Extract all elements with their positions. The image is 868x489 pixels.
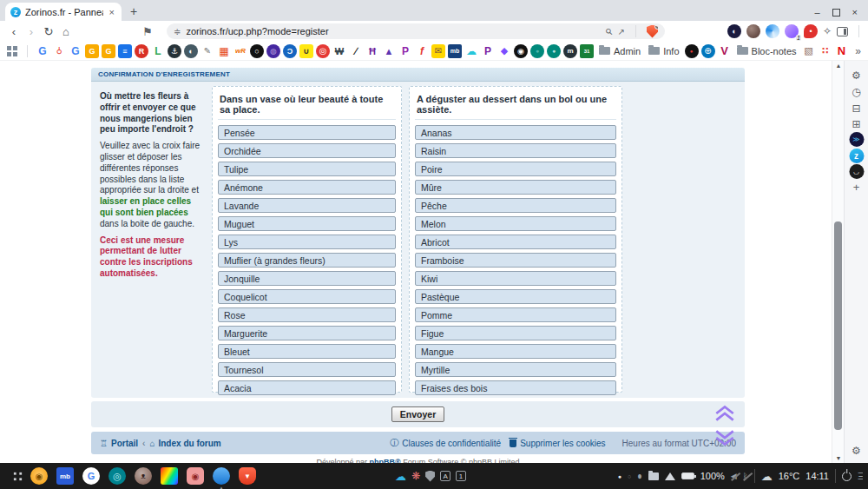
bookmark-favicon[interactable]: L (151, 44, 165, 58)
bookmark-favicon[interactable]: ▲ (382, 44, 396, 58)
bluetooth-off-icon[interactable]: ᛒ (743, 472, 748, 481)
bookmark-favicon[interactable]: V (718, 44, 732, 58)
drag-item-fruit[interactable]: Mûre (415, 180, 616, 195)
back-button[interactable]: ‹ (5, 25, 23, 38)
penguin-app-icon[interactable]: ◡ (849, 164, 864, 179)
drag-item-flower[interactable]: Muguet (218, 216, 396, 231)
bookmark-favicon[interactable]: ◉ (514, 44, 528, 58)
portal-link[interactable]: ♖Portail (100, 439, 138, 448)
bookmark-favicon[interactable]: ▦ (217, 44, 231, 58)
drag-item-flower[interactable]: Marguerite (218, 326, 396, 340)
drop-zone-bowl[interactable]: A déguster au dessert dans un bol ou une… (409, 86, 622, 393)
screen-recorder-app-icon[interactable]: ◉ (30, 467, 48, 485)
drag-item-flower[interactable]: Anémone (218, 180, 396, 195)
app-launcher-icon[interactable] (12, 471, 23, 482)
bookmark-favicon[interactable]: G (69, 44, 82, 58)
bookmarks-overflow-icon[interactable]: » (855, 45, 861, 57)
apps-grid-icon[interactable] (7, 46, 17, 56)
battery-icon[interactable] (681, 472, 694, 479)
browser-tab[interactable]: z Zorinos.fr - Panneau c × (5, 3, 122, 21)
bookmark-favicon[interactable]: ∷ (819, 44, 832, 58)
drag-item-flower[interactable]: Rose (218, 307, 396, 322)
bookmark-favicon[interactable]: P (481, 44, 495, 58)
bookmark-favicon[interactable]: ● (685, 44, 699, 58)
extension-icon[interactable]: 1 (785, 24, 799, 38)
wifi-icon[interactable] (665, 472, 675, 480)
minimize-button[interactable]: – (814, 7, 819, 17)
package-icon[interactable]: ❋ (411, 470, 420, 482)
bookmark-favicon[interactable]: ◆ (497, 44, 511, 58)
drag-item-fruit[interactable]: Mangue (415, 344, 616, 359)
bookmark-favicon[interactable]: N (835, 44, 849, 58)
drag-item-flower[interactable]: Tournesol (218, 362, 396, 377)
forum-index-link[interactable]: ⌂Index du forum (149, 439, 220, 448)
drag-item-fruit[interactable]: Kiwi (415, 271, 616, 286)
bookmark-favicon[interactable]: ● (530, 44, 544, 58)
sidebar-settings-icon[interactable]: ⚙ (849, 443, 864, 458)
bookmark-favicon[interactable]: ✉ (431, 44, 445, 58)
save-icon[interactable]: ⊟ (849, 101, 864, 116)
url-text[interactable]: zorinos.fr/ucp.php?mode=register (186, 26, 601, 36)
bookmark-folder-info[interactable]: Info (646, 46, 681, 56)
messenger-app-icon[interactable]: ▲ (213, 467, 230, 485)
drag-item-flower[interactable]: Lys (218, 235, 396, 249)
scrollbar-thumb[interactable] (834, 221, 842, 430)
power-icon[interactable] (842, 472, 852, 481)
google-app-icon[interactable]: G (82, 467, 100, 485)
privacy-link[interactable]: ⓘClauses de confidentialité (390, 437, 501, 449)
drag-item-fruit[interactable]: Pêche (415, 198, 616, 213)
extension-icon[interactable] (746, 24, 760, 38)
bookmark-favicon[interactable]: ◍ (266, 44, 280, 58)
address-bar[interactable]: ≑ zorinos.fr/ucp.php?mode=register ⚲ ↗ (167, 23, 665, 39)
scroll-to-top-icon[interactable] (713, 405, 737, 422)
zorin-app-icon[interactable]: z (849, 149, 864, 163)
bookmark-favicon[interactable]: ⚲ (52, 44, 66, 58)
bookmark-favicon[interactable]: G (85, 44, 99, 58)
scroll-to-bottom-icon[interactable] (713, 429, 737, 446)
sidebar-toggle-icon[interactable] (837, 27, 848, 36)
scrollbar-down-icon[interactable]: ▼ (832, 455, 845, 461)
bear-game-app-icon[interactable]: ᴥ (135, 467, 152, 485)
mouse-icon[interactable]: ● (637, 470, 641, 482)
bookmark-favicon[interactable]: ⊕ (701, 44, 715, 58)
bookmark-favicon[interactable]: Ħ (365, 44, 379, 58)
submit-button[interactable]: Envoyer (391, 406, 444, 422)
extension-icon[interactable]: • (804, 24, 818, 38)
forward-button[interactable]: › (23, 25, 40, 38)
bookmark-favicon[interactable]: ◐ (184, 44, 198, 58)
bookmark-folder-admin[interactable]: Admin (596, 46, 643, 56)
bookmark-favicon[interactable]: 31 (580, 44, 594, 58)
zoom-out-icon[interactable]: ⚲ (603, 26, 615, 37)
bookmark-folder-bloc-notes[interactable]: Bloc-notes (734, 46, 799, 56)
bookmark-favicon[interactable]: G (36, 44, 49, 58)
terminal-app-icon[interactable]: ≫ (849, 132, 864, 147)
photos-app-icon[interactable] (161, 467, 178, 485)
bookmark-icon[interactable]: ⚑ (139, 25, 156, 38)
keyboard-layout-icon[interactable]: A (440, 471, 450, 481)
extension-icon[interactable] (766, 24, 779, 38)
scrollbar-up-icon[interactable]: ▲ (832, 63, 845, 69)
drag-item-fruit[interactable]: Myrtille (415, 362, 616, 377)
drag-item-fruit[interactable]: Ananas (415, 125, 616, 140)
bookmark-favicon[interactable]: ☁ (464, 44, 478, 58)
bookmark-favicon[interactable]: ≡ (118, 44, 132, 58)
camera-app-icon[interactable]: ◉ (187, 467, 204, 485)
bookmark-favicon[interactable]: mb (448, 44, 462, 58)
drag-item-flower[interactable]: Tulipe (218, 162, 396, 176)
leo-ai-icon[interactable]: ✧ (823, 25, 832, 37)
bookmark-favicon[interactable]: ₩ (332, 44, 346, 58)
bookmark-favicon[interactable]: ▧ (802, 44, 816, 58)
drag-item-fruit[interactable]: Abricot (415, 235, 616, 249)
reading-list-icon[interactable]: ⊞ (849, 116, 864, 131)
restore-button[interactable] (832, 9, 840, 17)
bookmark-favicon[interactable]: wR (233, 44, 247, 58)
bookmark-favicon[interactable]: f (415, 44, 429, 58)
drag-item-fruit[interactable]: Raisin (415, 143, 616, 158)
cloud-sync-icon[interactable]: ☁ (395, 470, 406, 483)
bookmark-favicon[interactable]: ✎ (201, 44, 214, 58)
drag-item-fruit[interactable]: Pomme (415, 307, 616, 322)
drag-item-flower[interactable]: Coquelicot (218, 289, 396, 304)
drag-item-flower[interactable]: Acacia (218, 380, 396, 395)
bookmark-favicon[interactable]: G (102, 44, 115, 58)
bookmark-favicon[interactable]: Ɔ (283, 44, 297, 58)
